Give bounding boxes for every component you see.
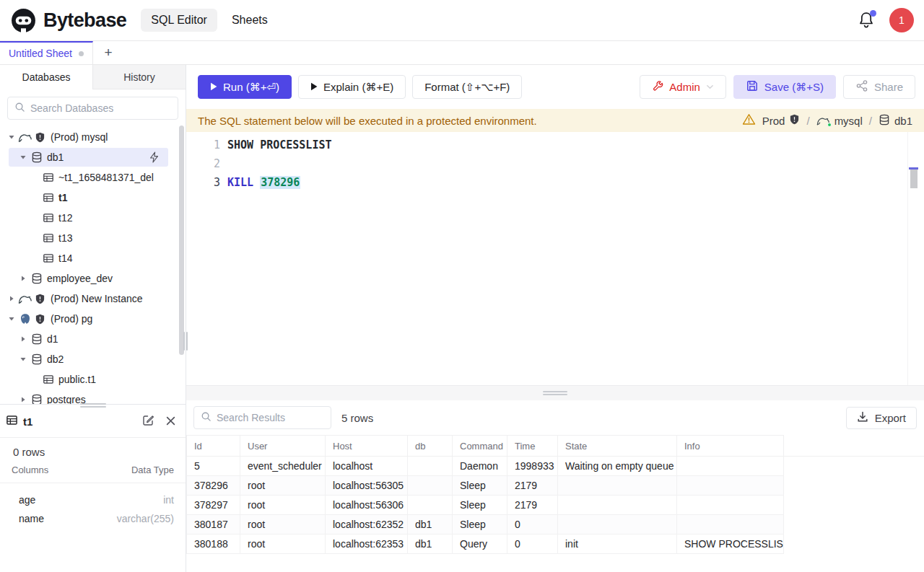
tree-scrollbar[interactable]	[179, 126, 184, 355]
save-icon	[746, 79, 759, 94]
column-header[interactable]: db	[408, 436, 453, 457]
warning-triangle-icon	[742, 113, 756, 128]
column-header[interactable]: Command	[453, 436, 507, 457]
tree-item[interactable]: employee_dev	[0, 268, 186, 289]
tree-item[interactable]: t13	[0, 228, 186, 248]
editor-overview-ruler[interactable]	[907, 132, 918, 385]
result-row-count: 5 rows	[341, 412, 373, 424]
tree-item-label: t12	[58, 212, 72, 224]
brand-wordmark: Bytebase	[43, 9, 126, 32]
tree-item[interactable]: t1	[0, 188, 186, 208]
tree-item[interactable]: public.t1	[0, 369, 186, 390]
tree-item[interactable]: (Prod) mysql	[0, 127, 186, 147]
editor-line[interactable]: 2	[186, 154, 924, 173]
nav-sheets[interactable]: Sheets	[222, 9, 278, 32]
tab-history[interactable]: History	[92, 65, 186, 89]
nav-sql-editor[interactable]: SQL Editor	[141, 9, 217, 32]
editor-scrollbar-thumb[interactable]	[910, 170, 918, 188]
explain-button[interactable]: Explain (⌘+E)	[298, 75, 406, 99]
table-cell: root	[240, 534, 326, 554]
column-type: int	[163, 494, 174, 506]
tree-item-label: db2	[47, 353, 64, 365]
caret-right-icon[interactable]	[17, 335, 29, 343]
new-sheet-button[interactable]: +	[93, 41, 123, 64]
column-header[interactable]: Host	[326, 436, 408, 457]
column-header[interactable]: Id	[187, 436, 240, 457]
database-icon	[29, 273, 45, 284]
tree-item[interactable]: (Prod) New Instance	[0, 289, 186, 309]
column-header[interactable]: User	[240, 436, 326, 457]
search-results-placeholder: Search Results	[217, 412, 285, 423]
run-button[interactable]: Run (⌘+⏎)	[198, 75, 292, 99]
table-cell: 378297	[187, 496, 240, 515]
tab-untitled-sheet[interactable]: Untitled Sheet	[0, 41, 93, 64]
tree-item[interactable]: t14	[0, 248, 186, 268]
notification-bell-icon[interactable]	[858, 11, 875, 30]
tree-item[interactable]: db2	[0, 349, 186, 369]
results-resize-divider[interactable]	[186, 385, 924, 400]
tree-item-label: (Prod) mysql	[51, 131, 108, 143]
tree-item[interactable]: d1	[0, 329, 186, 349]
table-row[interactable]: 378296rootlocalhost:56305Sleep2179	[187, 476, 924, 496]
lightning-icon[interactable]	[149, 151, 160, 163]
column-header[interactable]: Info	[677, 436, 784, 457]
caret-right-icon[interactable]	[6, 295, 17, 302]
editor-line[interactable]: 3KILL 378296	[186, 173, 924, 192]
column-header[interactable]: State	[558, 436, 677, 457]
caret-right-icon[interactable]	[17, 396, 29, 403]
editor-toolbar: Run (⌘+⏎) Explain (⌘+E) Format (⇧+⌥+F) A…	[186, 65, 924, 109]
admin-button[interactable]: Admin	[640, 75, 726, 99]
table-row[interactable]: 380187rootlocalhost:62352db1Sleep0	[187, 515, 924, 534]
column-header[interactable]: Time	[507, 436, 558, 457]
table-cell: SHOW PROCESSLIST	[677, 534, 784, 554]
shield-exclaim-icon	[33, 294, 47, 304]
table-cell: localhost:62353	[326, 534, 408, 554]
share-button[interactable]: Share	[843, 75, 915, 99]
table-cell	[408, 457, 453, 476]
table-row[interactable]: 378297rootlocalhost:56306Sleep2179	[187, 496, 924, 515]
shield-exclaim-icon	[789, 114, 800, 127]
sql-editor[interactable]: 1SHOW PROCESSLIST23KILL 378296	[186, 132, 924, 385]
editor-line[interactable]: 1SHOW PROCESSLIST	[186, 136, 924, 154]
tree-item[interactable]: (Prod) pg	[0, 309, 186, 329]
caret-down-icon[interactable]	[6, 133, 17, 141]
status-dot	[827, 123, 832, 127]
close-panel-icon[interactable]	[166, 415, 175, 428]
export-button[interactable]: Export	[846, 407, 917, 429]
line-number: 2	[186, 154, 220, 173]
edit-table-icon[interactable]	[142, 414, 154, 429]
search-databases-input[interactable]: Search Databases	[7, 97, 178, 120]
share-icon	[855, 79, 868, 94]
caret-down-icon[interactable]	[17, 356, 29, 363]
format-button[interactable]: Format (⇧+⌥+F)	[412, 75, 522, 99]
table-row[interactable]: 380188rootlocalhost:62353db1Query0initSH…	[187, 534, 924, 554]
avatar[interactable]: 1	[889, 8, 914, 32]
mysql-icon	[816, 115, 830, 126]
bytebase-logo-icon	[10, 7, 37, 34]
download-icon	[857, 411, 868, 425]
tree-item[interactable]: ~t1_1658481371_del	[0, 167, 186, 188]
tree-item[interactable]: db1	[0, 147, 186, 167]
search-results-input[interactable]: Search Results	[193, 406, 331, 429]
caret-down-icon[interactable]	[6, 315, 17, 322]
line-number: 1	[186, 136, 220, 154]
database-icon	[29, 353, 45, 365]
schema-column-row[interactable]: namevarchar(255)	[0, 509, 186, 528]
tab-databases[interactable]: Databases	[0, 65, 92, 89]
caret-down-icon[interactable]	[17, 154, 29, 161]
tree-item[interactable]: t12	[0, 208, 186, 228]
schema-column-row[interactable]: ageint	[0, 490, 186, 509]
schema-row-count: 0 rows	[0, 438, 186, 458]
caret-right-icon[interactable]	[17, 275, 29, 282]
sheet-tab-bar: Untitled Sheet +	[0, 41, 924, 65]
table-cell	[408, 476, 453, 496]
table-cell: root	[240, 496, 326, 515]
tree-item-label: t13	[58, 232, 72, 244]
save-button[interactable]: Save (⌘+S)	[733, 75, 836, 99]
table-icon	[40, 232, 56, 244]
table-row[interactable]: 5event_schedulerlocalhostDaemon1998933Wa…	[187, 457, 924, 476]
sidebar-resize-handle[interactable]	[183, 332, 188, 351]
table-cell: 0	[507, 515, 558, 534]
table-cell	[558, 496, 677, 515]
table-icon	[40, 172, 56, 183]
